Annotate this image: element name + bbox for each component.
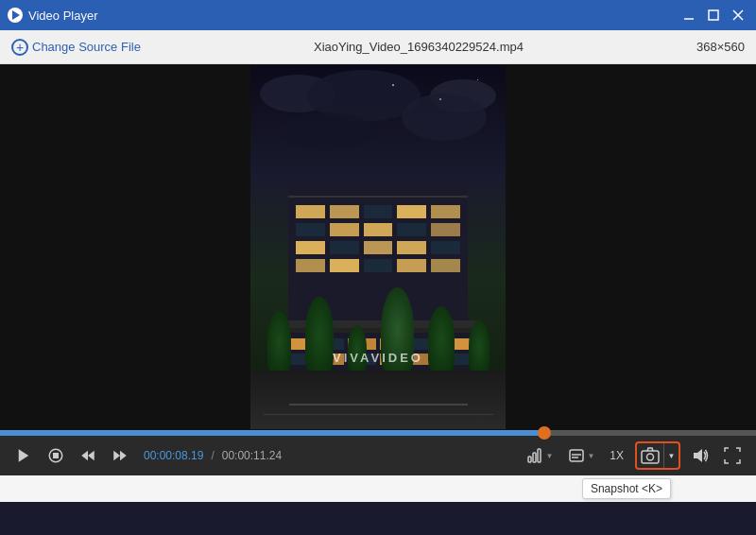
toolbar-left: + Change Source File (11, 39, 141, 56)
stats-button[interactable]: ▼ (523, 445, 557, 466)
volume-button[interactable] (688, 443, 713, 468)
svg-rect-14 (538, 449, 541, 462)
svg-marker-8 (81, 451, 88, 461)
minimize-button[interactable] (679, 5, 699, 26)
seek-bar[interactable] (0, 430, 756, 436)
svg-rect-2 (709, 10, 718, 20)
title-bar-left: Video Player (8, 8, 97, 23)
title-bar: Video Player (0, 0, 756, 30)
forward-button[interactable] (108, 443, 132, 468)
window-title: Video Player (28, 9, 97, 23)
svg-rect-15 (570, 450, 583, 461)
app-icon (8, 8, 23, 23)
dimensions-display: 368×560 (696, 40, 745, 54)
svg-marker-9 (88, 451, 94, 461)
fullscreen-button[interactable] (720, 443, 745, 468)
controls-bar: 00:00:08.19 / 00:00:11.24 ▼ ▼ 1X (0, 436, 756, 475)
svg-rect-13 (533, 453, 536, 462)
snapshot-button[interactable] (637, 443, 663, 468)
plus-circle-icon: + (11, 39, 28, 56)
maximize-button[interactable] (703, 5, 724, 26)
current-time: 00:00:08.19 (144, 449, 203, 462)
svg-rect-12 (528, 457, 531, 462)
snapshot-dropdown-button[interactable]: ▼ (663, 443, 679, 468)
change-source-label: Change Source File (32, 40, 141, 54)
total-time: 00:00:11.24 (222, 449, 282, 462)
snapshot-tooltip: Snapshot <K> (582, 478, 671, 499)
svg-point-19 (647, 454, 654, 460)
stats-control: ▼ (523, 445, 557, 466)
change-source-button[interactable]: + Change Source File (11, 39, 141, 56)
snapshot-button-group: ▼ (635, 441, 680, 470)
watermark: VIVAVIDEO (333, 351, 423, 365)
svg-rect-7 (53, 453, 59, 458)
stop-button[interactable] (43, 443, 68, 468)
window-controls (679, 5, 748, 26)
svg-marker-0 (12, 10, 20, 20)
seek-bar-thumb[interactable] (538, 426, 551, 440)
toolbar: + Change Source File XiaoYing_Video_1696… (0, 30, 756, 64)
video-area[interactable]: VIVAVIDEO (0, 64, 756, 430)
close-button[interactable] (728, 5, 748, 26)
speed-label: 1X (610, 449, 624, 462)
speed-button[interactable]: 1X (606, 447, 627, 464)
time-separator: / (211, 449, 214, 462)
tooltip-bar: Snapshot <K> (0, 475, 756, 502)
filename-display: XiaoYing_Video_1696340229524.mp4 (141, 40, 696, 54)
svg-marker-11 (120, 451, 127, 461)
video-frame: VIVAVIDEO (250, 65, 506, 429)
svg-marker-20 (694, 449, 702, 462)
svg-marker-10 (113, 451, 120, 461)
svg-rect-18 (642, 451, 659, 463)
subtitle-control: ▼ (564, 445, 598, 466)
seek-bar-fill (0, 430, 544, 436)
rewind-button[interactable] (76, 443, 100, 468)
svg-marker-5 (19, 449, 29, 462)
subtitle-button[interactable]: ▼ (564, 445, 598, 466)
night-scene: VIVAVIDEO (250, 65, 506, 429)
play-button[interactable] (11, 443, 36, 468)
